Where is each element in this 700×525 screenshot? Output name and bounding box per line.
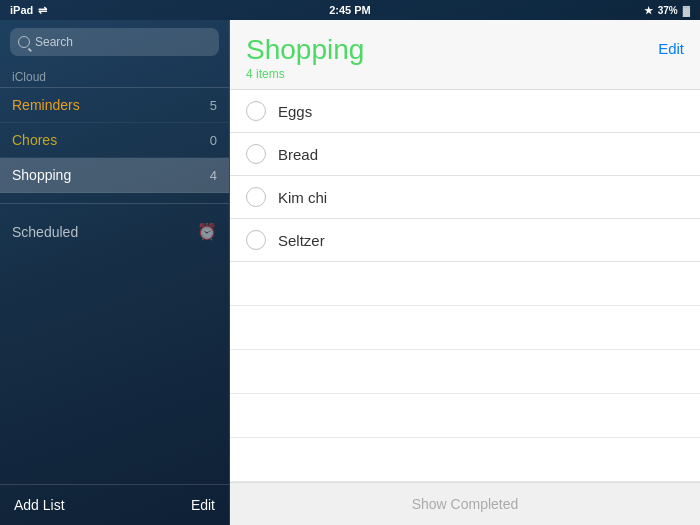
sidebar-divider-mid bbox=[0, 203, 229, 204]
app-container: Search iCloud Reminders 5 Chores 0 Shopp… bbox=[0, 20, 700, 525]
wifi-icon: ⇌ bbox=[38, 4, 47, 17]
battery-percent: 37% bbox=[658, 5, 678, 16]
chores-label: Chores bbox=[12, 132, 57, 148]
shopping-label: Shopping bbox=[12, 167, 71, 183]
reminder-circle-kimchi[interactable] bbox=[246, 187, 266, 207]
detail-edit-button[interactable]: Edit bbox=[658, 34, 684, 57]
empty-line-1 bbox=[230, 262, 700, 306]
reminder-item-eggs: Eggs bbox=[230, 90, 700, 133]
reminders-label: Reminders bbox=[12, 97, 80, 113]
shopping-badge: 4 bbox=[201, 168, 217, 183]
empty-line-3 bbox=[230, 350, 700, 394]
reminder-item-bread: Bread bbox=[230, 133, 700, 176]
reminder-item-seltzer: Seltzer bbox=[230, 219, 700, 262]
reminder-circle-bread[interactable] bbox=[246, 144, 266, 164]
status-left: iPad ⇌ bbox=[10, 4, 47, 17]
reminders-list: Eggs Bread Kim chi Seltzer bbox=[230, 90, 700, 482]
status-right: ★ 37% ▓ bbox=[644, 5, 690, 16]
bluetooth-icon: ★ bbox=[644, 5, 653, 16]
reminder-text-kimchi: Kim chi bbox=[278, 189, 327, 206]
reminder-item-kimchi: Kim chi bbox=[230, 176, 700, 219]
scheduled-section[interactable]: Scheduled ⏰ bbox=[0, 214, 229, 249]
reminder-circle-eggs[interactable] bbox=[246, 101, 266, 121]
sidebar-item-chores[interactable]: Chores 0 bbox=[0, 123, 229, 158]
reminder-circle-seltzer[interactable] bbox=[246, 230, 266, 250]
status-bar: iPad ⇌ 2:45 PM ★ 37% ▓ bbox=[0, 0, 700, 20]
empty-line-4 bbox=[230, 394, 700, 438]
scheduled-icon: ⏰ bbox=[197, 222, 217, 241]
reminder-text-eggs: Eggs bbox=[278, 103, 312, 120]
sidebar-edit-button[interactable]: Edit bbox=[191, 497, 215, 513]
search-icon bbox=[18, 36, 30, 48]
detail-panel: Shopping 4 items Edit Eggs Bread Kim chi bbox=[230, 20, 700, 525]
detail-footer: Show Completed bbox=[230, 482, 700, 525]
detail-header-row: Shopping 4 items Edit bbox=[246, 34, 684, 81]
detail-title: Shopping bbox=[246, 34, 364, 66]
reminder-text-bread: Bread bbox=[278, 146, 318, 163]
sidebar-item-reminders[interactable]: Reminders 5 bbox=[0, 88, 229, 123]
detail-title-group: Shopping 4 items bbox=[246, 34, 364, 81]
ipad-label: iPad bbox=[10, 4, 33, 16]
add-list-button[interactable]: Add List bbox=[14, 497, 65, 513]
detail-item-count: 4 items bbox=[246, 67, 364, 81]
sidebar-item-shopping[interactable]: Shopping 4 bbox=[0, 158, 229, 193]
reminders-badge: 5 bbox=[201, 98, 217, 113]
search-bar[interactable]: Search bbox=[10, 28, 219, 56]
status-time: 2:45 PM bbox=[329, 4, 371, 16]
sidebar-footer: Add List Edit bbox=[0, 484, 229, 525]
empty-line-2 bbox=[230, 306, 700, 350]
chores-badge: 0 bbox=[201, 133, 217, 148]
reminder-text-seltzer: Seltzer bbox=[278, 232, 325, 249]
show-completed-button[interactable]: Show Completed bbox=[412, 496, 519, 512]
icloud-section-label: iCloud bbox=[0, 64, 229, 87]
empty-line-5 bbox=[230, 438, 700, 482]
sidebar: Search iCloud Reminders 5 Chores 0 Shopp… bbox=[0, 20, 230, 525]
scheduled-label: Scheduled bbox=[12, 224, 78, 240]
empty-lines bbox=[230, 262, 700, 482]
detail-header: Shopping 4 items Edit bbox=[230, 20, 700, 90]
battery-icon: ▓ bbox=[683, 5, 690, 16]
search-placeholder: Search bbox=[35, 35, 73, 49]
